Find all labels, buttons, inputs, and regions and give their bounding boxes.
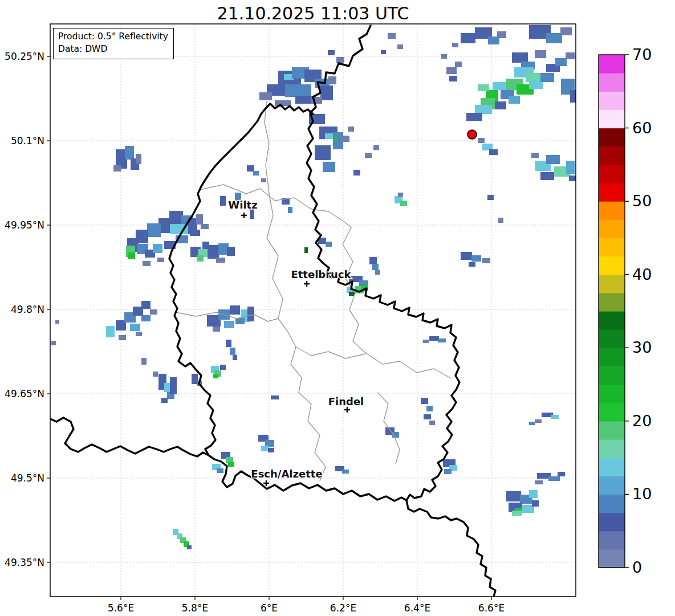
radar-echo-cell <box>208 245 219 259</box>
radar-echo-cell <box>227 247 235 256</box>
colorbar-segment <box>599 238 625 256</box>
colorbar-segment <box>599 513 625 532</box>
radar-echo-cell <box>136 332 142 336</box>
radar-echo-cell <box>372 264 379 270</box>
radar-echo-cell <box>566 161 575 174</box>
radar-echo-cell <box>493 82 506 90</box>
radar-echo-cell <box>449 76 457 81</box>
radar-echo-cell <box>444 469 452 474</box>
radar-echo-cell <box>201 224 209 229</box>
radar-echo-cell <box>551 415 559 419</box>
radar-echo-cell <box>328 50 335 55</box>
radar-echo-cell <box>271 395 279 399</box>
colorbar-segment <box>599 311 625 330</box>
radar-echo-cell <box>55 320 59 324</box>
x-tick-label: 6.2°E <box>330 602 356 614</box>
radar-echo-cell <box>187 545 192 549</box>
radar-echo-cell <box>233 355 237 360</box>
axis-labels: 5.6°E5.8°E6°E6.2°E6.4°E6.6°E50.25°N50.1°… <box>5 51 505 614</box>
y-tick-label: 50.1°N <box>11 135 44 146</box>
radar-echo-cell <box>106 326 115 337</box>
radar-map-canvas: 5.6°E5.8°E6°E6.2°E6.4°E6.6°E50.25°N50.1°… <box>0 0 675 616</box>
radar-echo-cell <box>170 377 177 394</box>
radar-echo-cell <box>353 170 360 176</box>
radar-echo-cell <box>452 43 458 47</box>
y-tick-label: 49.65°N <box>5 388 44 399</box>
radar-echo-cell <box>220 196 226 206</box>
radar-echo-cell <box>141 358 147 365</box>
radar-echo-cell <box>495 101 506 109</box>
radar-echo-cell <box>478 138 485 143</box>
radar-echo-cell <box>197 255 204 262</box>
radar-echo-cell <box>196 214 203 225</box>
radar-echo-cell <box>535 50 546 58</box>
radar-echo-cell <box>328 76 336 84</box>
colorbar-segment <box>599 494 625 513</box>
radar-echo-cell <box>526 73 543 82</box>
radar-echo-cell <box>153 244 162 253</box>
radar-echo-cell <box>570 90 576 103</box>
city-label: Ettelbruck <box>291 268 351 280</box>
radar-echo-cell <box>558 472 565 476</box>
colorbar-tick-label: 40 <box>632 266 652 283</box>
colorbar-tick-label: 10 <box>632 485 652 503</box>
radar-echo-cell <box>323 162 335 172</box>
radar-echo-cell <box>235 318 245 324</box>
radar-echo-cell <box>333 137 337 141</box>
radar-echo-cell <box>540 73 554 82</box>
radar-echo-cell <box>461 252 472 260</box>
colorbar-segment <box>599 165 625 183</box>
colorbar-tick-label: 30 <box>632 338 652 356</box>
colorbar-segment <box>599 421 625 440</box>
radar-echo-cell <box>566 52 575 59</box>
radar-echo-cell <box>141 315 151 321</box>
radar-echo-cell <box>546 155 560 164</box>
radar-echo-cell <box>224 321 234 328</box>
colorbar-segment <box>599 201 625 220</box>
radar-echo-cell <box>153 372 158 377</box>
colorbar-segment <box>599 128 625 147</box>
y-tick-label: 49.95°N <box>5 219 44 231</box>
radar-echo-cell <box>429 421 435 425</box>
radar-echo-cell <box>475 105 492 114</box>
country-border <box>50 418 209 456</box>
colorbar-segment <box>599 476 625 495</box>
border-layer <box>50 26 495 597</box>
radar-echo-cell <box>532 500 539 507</box>
product-info-box: Product: 0.5° Reflectivity Data: DWD <box>53 28 174 59</box>
colorbar-segment <box>599 219 625 238</box>
radar-echo-cell <box>336 57 344 63</box>
radar-echo-cell <box>546 33 562 43</box>
radar-echo-cell <box>141 301 151 309</box>
radar-echo-cell <box>253 171 259 176</box>
colorbar-tick-label: 60 <box>632 119 652 137</box>
radar-figure: 5.6°E5.8°E6°E6.2°E6.4°E6.6°E50.25°N50.1°… <box>0 0 675 616</box>
region-border <box>267 194 302 393</box>
y-tick-label: 50.25°N <box>5 51 44 62</box>
figure-title: 21.10.2025 11:03 UTC <box>50 3 576 23</box>
radar-echo-cell <box>529 81 543 89</box>
radar-echo-cell <box>506 491 521 501</box>
radar-echo-cell <box>489 149 498 155</box>
radar-echo-cell <box>555 58 567 66</box>
city-marker-icon <box>241 213 247 218</box>
colorbar-segment <box>599 256 625 275</box>
radar-echo-cell <box>268 448 274 452</box>
city-marker-icon <box>263 480 269 486</box>
radar-echo-cell <box>136 154 141 164</box>
radar-echo-cell <box>365 153 372 158</box>
radar-echo-cell <box>230 305 240 315</box>
colorbar-segment <box>599 348 625 366</box>
radar-echo-cell <box>400 201 407 206</box>
radar-echo-cell <box>540 172 554 180</box>
colorbar-segment <box>599 458 625 476</box>
radar-echo-cell <box>535 480 543 484</box>
colorbar-segment <box>599 73 625 92</box>
radar-echo-cell <box>113 165 121 172</box>
radar-echo-cell <box>326 242 332 247</box>
radar-echo-cell <box>478 84 489 91</box>
radar-echo-cell <box>466 113 482 121</box>
radar-echo-cell <box>190 230 200 236</box>
radar-echo-cell <box>512 52 528 63</box>
product-info-line: Product: 0.5° Reflectivity <box>58 30 168 43</box>
